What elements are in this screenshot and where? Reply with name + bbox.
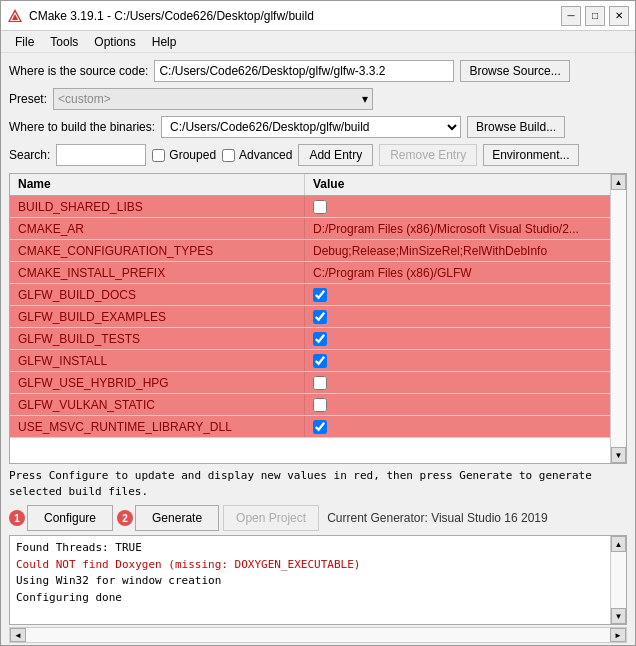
log-line: Found Threads: TRUE	[16, 540, 604, 557]
value-cell[interactable]	[305, 416, 610, 437]
window-title: CMake 3.19.1 - C:/Users/Code626/Desktop/…	[29, 9, 314, 23]
log-line: Using Win32 for window creation	[16, 573, 604, 590]
search-row: Search: Grouped Advanced Add Entry Remov…	[9, 143, 627, 167]
log-scroll-up[interactable]: ▲	[611, 536, 626, 552]
browse-build-button[interactable]: Browse Build...	[467, 116, 565, 138]
table-row[interactable]: GLFW_VULKAN_STATIC	[10, 394, 610, 416]
menu-help[interactable]: Help	[144, 33, 185, 51]
value-cell[interactable]	[305, 372, 610, 393]
table-row[interactable]: CMAKE_ARD:/Program Files (x86)/Microsoft…	[10, 218, 610, 240]
menu-tools[interactable]: Tools	[42, 33, 86, 51]
log-scroll-down[interactable]: ▼	[611, 608, 626, 624]
generate-button[interactable]: Generate	[135, 505, 219, 531]
remove-entry-button[interactable]: Remove Entry	[379, 144, 477, 166]
generate-badge: 2	[117, 510, 133, 526]
combo-arrow: ▾	[362, 92, 368, 106]
source-row: Where is the source code: Browse Source.…	[9, 59, 627, 83]
configure-badge: 1	[9, 510, 25, 526]
menu-file[interactable]: File	[7, 33, 42, 51]
table-row[interactable]: GLFW_BUILD_EXAMPLES	[10, 306, 610, 328]
value-cell[interactable]	[305, 306, 610, 327]
name-cell: USE_MSVC_RUNTIME_LIBRARY_DLL	[10, 416, 305, 437]
browse-source-button[interactable]: Browse Source...	[460, 60, 569, 82]
value-column-header: Value	[305, 174, 610, 195]
info-text: Press Configure to update and display ne…	[9, 468, 627, 499]
open-project-button[interactable]: Open Project	[223, 505, 319, 531]
log-content: Found Threads: TRUECould NOT find Doxyge…	[10, 536, 610, 624]
scroll-left-button[interactable]: ◄	[10, 628, 26, 642]
value-cell[interactable]	[305, 350, 610, 371]
search-input[interactable]	[56, 144, 146, 166]
value-cell[interactable]	[305, 328, 610, 349]
log-line: Could NOT find Doxygen (missing: DOXYGEN…	[16, 557, 604, 574]
h-scroll-track	[26, 628, 610, 642]
preset-row: Preset: <custom> ▾	[9, 87, 627, 111]
row-checkbox[interactable]	[313, 420, 327, 434]
form-area: Where is the source code: Browse Source.…	[1, 53, 635, 173]
scroll-up-button[interactable]: ▲	[611, 174, 626, 190]
minimize-button[interactable]: ─	[561, 6, 581, 26]
row-checkbox[interactable]	[313, 288, 327, 302]
value-cell: Debug;Release;MinSizeRel;RelWithDebInfo	[305, 240, 610, 261]
table-row[interactable]: BUILD_SHARED_LIBS	[10, 196, 610, 218]
preset-value: <custom>	[58, 92, 111, 106]
advanced-checkbox[interactable]	[222, 149, 235, 162]
menu-options[interactable]: Options	[86, 33, 143, 51]
close-button[interactable]: ✕	[609, 6, 629, 26]
grouped-checkbox[interactable]	[152, 149, 165, 162]
table-row[interactable]: CMAKE_CONFIGURATION_TYPESDebug;Release;M…	[10, 240, 610, 262]
info-text-content: Press Configure to update and display ne…	[9, 469, 592, 497]
source-input[interactable]	[154, 60, 454, 82]
log-scroll-track	[611, 552, 626, 608]
table-header: Name Value	[10, 174, 610, 196]
value-cell[interactable]	[305, 394, 610, 415]
binaries-select[interactable]: C:/Users/Code626/Desktop/glfw/build	[161, 116, 461, 138]
row-checkbox[interactable]	[313, 376, 327, 390]
entries-table: Name Value BUILD_SHARED_LIBSCMAKE_ARD:/P…	[9, 173, 627, 464]
name-cell: CMAKE_INSTALL_PREFIX	[10, 262, 305, 283]
table-row[interactable]: GLFW_USE_HYBRID_HPG	[10, 372, 610, 394]
name-cell: GLFW_INSTALL	[10, 350, 305, 371]
name-cell: GLFW_BUILD_DOCS	[10, 284, 305, 305]
scroll-right-button[interactable]: ►	[610, 628, 626, 642]
row-checkbox[interactable]	[313, 332, 327, 346]
advanced-label: Advanced	[239, 148, 292, 162]
table-scrollbar[interactable]: ▲ ▼	[610, 174, 626, 463]
binaries-row: Where to build the binaries: C:/Users/Co…	[9, 115, 627, 139]
binaries-label: Where to build the binaries:	[9, 120, 155, 134]
grouped-label: Grouped	[169, 148, 216, 162]
search-label: Search:	[9, 148, 50, 162]
preset-combo[interactable]: <custom> ▾	[53, 88, 373, 110]
main-window: CMake 3.19.1 - C:/Users/Code626/Desktop/…	[0, 0, 636, 646]
name-cell: CMAKE_AR	[10, 218, 305, 239]
row-checkbox[interactable]	[313, 354, 327, 368]
advanced-checkbox-label[interactable]: Advanced	[222, 148, 292, 162]
value-cell: D:/Program Files (x86)/Microsoft Visual …	[305, 218, 610, 239]
log-scrollbar[interactable]: ▲ ▼	[610, 536, 626, 624]
name-cell: GLFW_VULKAN_STATIC	[10, 394, 305, 415]
row-checkbox[interactable]	[313, 200, 327, 214]
generator-text: Current Generator: Visual Studio 16 2019	[327, 511, 548, 525]
scroll-track	[611, 190, 626, 447]
preset-label: Preset:	[9, 92, 47, 106]
grouped-checkbox-label[interactable]: Grouped	[152, 148, 216, 162]
log-area: Found Threads: TRUECould NOT find Doxyge…	[9, 535, 627, 625]
add-entry-button[interactable]: Add Entry	[298, 144, 373, 166]
name-cell: CMAKE_CONFIGURATION_TYPES	[10, 240, 305, 261]
table-row[interactable]: CMAKE_INSTALL_PREFIXC:/Program Files (x8…	[10, 262, 610, 284]
environment-button[interactable]: Environment...	[483, 144, 578, 166]
scroll-down-button[interactable]: ▼	[611, 447, 626, 463]
row-checkbox[interactable]	[313, 310, 327, 324]
configure-button[interactable]: Configure	[27, 505, 113, 531]
table-row[interactable]: USE_MSVC_RUNTIME_LIBRARY_DLL	[10, 416, 610, 438]
value-cell: C:/Program Files (x86)/GLFW	[305, 262, 610, 283]
maximize-button[interactable]: □	[585, 6, 605, 26]
horizontal-scrollbar[interactable]: ◄ ►	[9, 627, 627, 643]
row-checkbox[interactable]	[313, 398, 327, 412]
value-cell[interactable]	[305, 284, 610, 305]
value-cell[interactable]	[305, 196, 610, 217]
table-row[interactable]: GLFW_INSTALL	[10, 350, 610, 372]
name-cell: GLFW_USE_HYBRID_HPG	[10, 372, 305, 393]
table-row[interactable]: GLFW_BUILD_DOCS	[10, 284, 610, 306]
table-row[interactable]: GLFW_BUILD_TESTS	[10, 328, 610, 350]
